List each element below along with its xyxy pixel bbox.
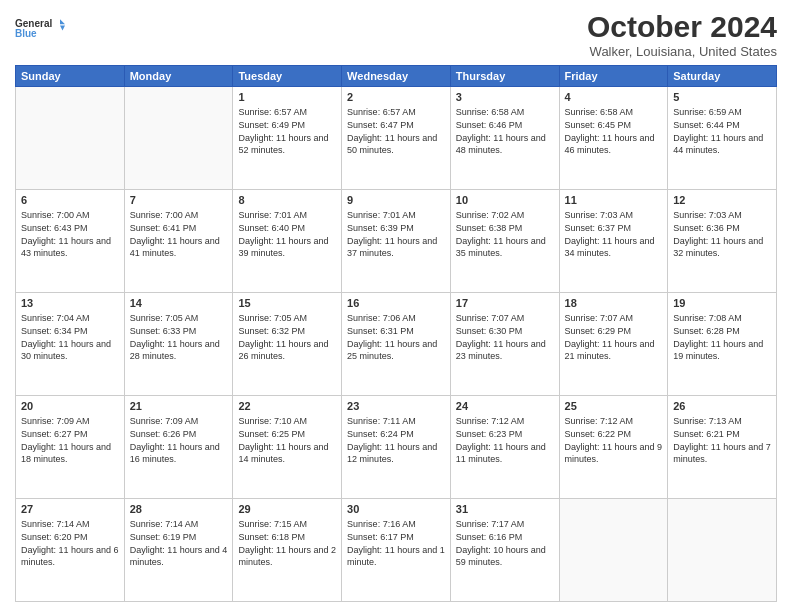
day-cell: 15 Sunrise: 7:05 AM Sunset: 6:32 PM Dayl… bbox=[233, 293, 342, 396]
daylight-text: Daylight: 11 hours and 19 minutes. bbox=[673, 339, 763, 362]
day-cell: 31 Sunrise: 7:17 AM Sunset: 6:16 PM Dayl… bbox=[450, 499, 559, 602]
day-number: 18 bbox=[565, 296, 663, 311]
sunset-text: Sunset: 6:19 PM bbox=[130, 532, 197, 542]
sunrise-text: Sunrise: 7:07 AM bbox=[565, 313, 634, 323]
weekday-header-sunday: Sunday bbox=[16, 66, 125, 87]
day-number: 9 bbox=[347, 193, 445, 208]
sunset-text: Sunset: 6:26 PM bbox=[130, 429, 197, 439]
day-number: 14 bbox=[130, 296, 228, 311]
daylight-text: Daylight: 11 hours and 28 minutes. bbox=[130, 339, 220, 362]
day-cell: 8 Sunrise: 7:01 AM Sunset: 6:40 PM Dayli… bbox=[233, 190, 342, 293]
daylight-text: Daylight: 11 hours and 18 minutes. bbox=[21, 442, 111, 465]
weekday-header-saturday: Saturday bbox=[668, 66, 777, 87]
week-row-3: 13 Sunrise: 7:04 AM Sunset: 6:34 PM Dayl… bbox=[16, 293, 777, 396]
sunrise-text: Sunrise: 7:03 AM bbox=[565, 210, 634, 220]
sunrise-text: Sunrise: 7:07 AM bbox=[456, 313, 525, 323]
sunrise-text: Sunrise: 7:13 AM bbox=[673, 416, 742, 426]
sunset-text: Sunset: 6:39 PM bbox=[347, 223, 414, 233]
logo-svg: General Blue bbox=[15, 10, 65, 46]
daylight-text: Daylight: 11 hours and 43 minutes. bbox=[21, 236, 111, 259]
sunset-text: Sunset: 6:43 PM bbox=[21, 223, 88, 233]
day-number: 23 bbox=[347, 399, 445, 414]
day-number: 15 bbox=[238, 296, 336, 311]
day-cell: 3 Sunrise: 6:58 AM Sunset: 6:46 PM Dayli… bbox=[450, 87, 559, 190]
sunrise-text: Sunrise: 7:01 AM bbox=[347, 210, 416, 220]
day-number: 8 bbox=[238, 193, 336, 208]
day-cell: 1 Sunrise: 6:57 AM Sunset: 6:49 PM Dayli… bbox=[233, 87, 342, 190]
sunset-text: Sunset: 6:47 PM bbox=[347, 120, 414, 130]
day-number: 28 bbox=[130, 502, 228, 517]
sunset-text: Sunset: 6:37 PM bbox=[565, 223, 632, 233]
svg-marker-3 bbox=[60, 26, 65, 31]
day-number: 30 bbox=[347, 502, 445, 517]
sunset-text: Sunset: 6:44 PM bbox=[673, 120, 740, 130]
sunrise-text: Sunrise: 7:16 AM bbox=[347, 519, 416, 529]
sunrise-text: Sunrise: 7:12 AM bbox=[456, 416, 525, 426]
daylight-text: Daylight: 11 hours and 46 minutes. bbox=[565, 133, 655, 156]
day-cell: 30 Sunrise: 7:16 AM Sunset: 6:17 PM Dayl… bbox=[342, 499, 451, 602]
daylight-text: Daylight: 11 hours and 50 minutes. bbox=[347, 133, 437, 156]
sunset-text: Sunset: 6:25 PM bbox=[238, 429, 305, 439]
day-cell bbox=[16, 87, 125, 190]
sunrise-text: Sunrise: 6:59 AM bbox=[673, 107, 742, 117]
sunrise-text: Sunrise: 7:17 AM bbox=[456, 519, 525, 529]
sunrise-text: Sunrise: 7:06 AM bbox=[347, 313, 416, 323]
sunrise-text: Sunrise: 7:11 AM bbox=[347, 416, 416, 426]
day-number: 11 bbox=[565, 193, 663, 208]
daylight-text: Daylight: 11 hours and 23 minutes. bbox=[456, 339, 546, 362]
sunset-text: Sunset: 6:41 PM bbox=[130, 223, 197, 233]
daylight-text: Daylight: 11 hours and 11 minutes. bbox=[456, 442, 546, 465]
day-number: 16 bbox=[347, 296, 445, 311]
sunset-text: Sunset: 6:30 PM bbox=[456, 326, 523, 336]
week-row-5: 27 Sunrise: 7:14 AM Sunset: 6:20 PM Dayl… bbox=[16, 499, 777, 602]
day-cell bbox=[668, 499, 777, 602]
svg-text:Blue: Blue bbox=[15, 28, 37, 39]
day-number: 6 bbox=[21, 193, 119, 208]
day-number: 17 bbox=[456, 296, 554, 311]
calendar-body: 1 Sunrise: 6:57 AM Sunset: 6:49 PM Dayli… bbox=[16, 87, 777, 602]
sunrise-text: Sunrise: 7:09 AM bbox=[21, 416, 90, 426]
day-cell: 25 Sunrise: 7:12 AM Sunset: 6:22 PM Dayl… bbox=[559, 396, 668, 499]
daylight-text: Daylight: 11 hours and 1 minute. bbox=[347, 545, 445, 568]
daylight-text: Daylight: 11 hours and 30 minutes. bbox=[21, 339, 111, 362]
day-number: 20 bbox=[21, 399, 119, 414]
sunrise-text: Sunrise: 7:09 AM bbox=[130, 416, 199, 426]
sunset-text: Sunset: 6:34 PM bbox=[21, 326, 88, 336]
day-number: 22 bbox=[238, 399, 336, 414]
daylight-text: Daylight: 11 hours and 12 minutes. bbox=[347, 442, 437, 465]
location: Walker, Louisiana, United States bbox=[587, 44, 777, 59]
sunset-text: Sunset: 6:38 PM bbox=[456, 223, 523, 233]
day-cell bbox=[559, 499, 668, 602]
weekday-header-thursday: Thursday bbox=[450, 66, 559, 87]
sunrise-text: Sunrise: 7:02 AM bbox=[456, 210, 525, 220]
sunrise-text: Sunrise: 7:10 AM bbox=[238, 416, 307, 426]
sunset-text: Sunset: 6:16 PM bbox=[456, 532, 523, 542]
logo: General Blue bbox=[15, 10, 65, 46]
daylight-text: Daylight: 11 hours and 21 minutes. bbox=[565, 339, 655, 362]
sunset-text: Sunset: 6:27 PM bbox=[21, 429, 88, 439]
sunrise-text: Sunrise: 6:58 AM bbox=[565, 107, 634, 117]
daylight-text: Daylight: 11 hours and 34 minutes. bbox=[565, 236, 655, 259]
daylight-text: Daylight: 11 hours and 32 minutes. bbox=[673, 236, 763, 259]
day-cell: 2 Sunrise: 6:57 AM Sunset: 6:47 PM Dayli… bbox=[342, 87, 451, 190]
sunrise-text: Sunrise: 7:03 AM bbox=[673, 210, 742, 220]
day-cell: 18 Sunrise: 7:07 AM Sunset: 6:29 PM Dayl… bbox=[559, 293, 668, 396]
day-number: 27 bbox=[21, 502, 119, 517]
daylight-text: Daylight: 11 hours and 35 minutes. bbox=[456, 236, 546, 259]
daylight-text: Daylight: 11 hours and 4 minutes. bbox=[130, 545, 228, 568]
day-number: 13 bbox=[21, 296, 119, 311]
daylight-text: Daylight: 11 hours and 9 minutes. bbox=[565, 442, 663, 465]
daylight-text: Daylight: 11 hours and 7 minutes. bbox=[673, 442, 771, 465]
sunset-text: Sunset: 6:36 PM bbox=[673, 223, 740, 233]
day-number: 12 bbox=[673, 193, 771, 208]
sunset-text: Sunset: 6:20 PM bbox=[21, 532, 88, 542]
sunset-text: Sunset: 6:29 PM bbox=[565, 326, 632, 336]
day-number: 21 bbox=[130, 399, 228, 414]
daylight-text: Daylight: 11 hours and 52 minutes. bbox=[238, 133, 328, 156]
day-cell: 5 Sunrise: 6:59 AM Sunset: 6:44 PM Dayli… bbox=[668, 87, 777, 190]
day-number: 7 bbox=[130, 193, 228, 208]
day-cell: 14 Sunrise: 7:05 AM Sunset: 6:33 PM Dayl… bbox=[124, 293, 233, 396]
day-cell: 4 Sunrise: 6:58 AM Sunset: 6:45 PM Dayli… bbox=[559, 87, 668, 190]
month-title: October 2024 bbox=[587, 10, 777, 44]
day-number: 3 bbox=[456, 90, 554, 105]
